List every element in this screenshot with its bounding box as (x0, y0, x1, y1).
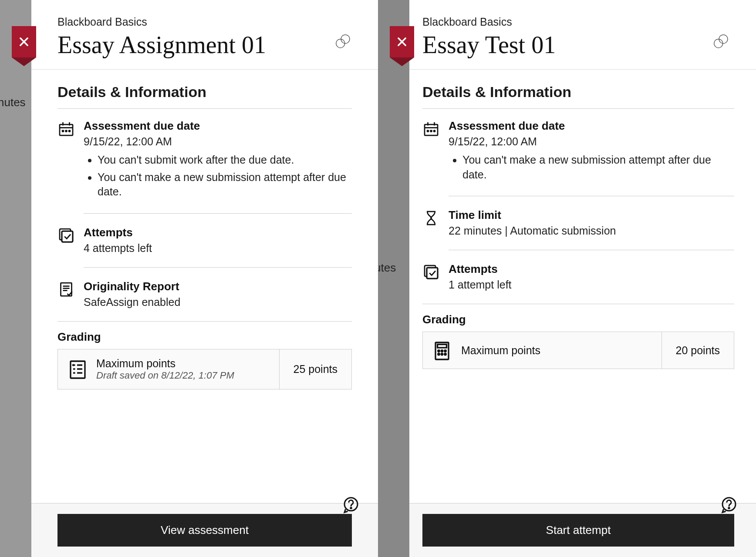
panel-body: Details & Information Assessment due dat… (409, 70, 756, 503)
svg-point-17 (431, 131, 432, 132)
conversation-icon (334, 33, 352, 50)
svg-point-3 (62, 131, 64, 132)
svg-point-13 (719, 35, 728, 44)
close-button[interactable] (390, 26, 414, 57)
time-limit-value: 22 minutes | Automatic submission (449, 224, 734, 238)
panel-header: Blackboard Basics Essay Assignment 01 (31, 0, 378, 70)
checkbox-stack-icon (57, 227, 75, 244)
panel-footer: View assessment (31, 503, 378, 557)
svg-point-26 (445, 350, 446, 352)
due-bullet: You can't make a new submission attempt … (462, 153, 734, 182)
checkbox-stack-icon (422, 263, 440, 281)
svg-point-14 (714, 39, 723, 48)
svg-point-29 (445, 353, 446, 355)
time-limit-row: Time limit 22 minutes | Automatic submis… (422, 204, 734, 242)
max-points-label: Maximum points (96, 357, 234, 370)
grading-heading: Grading (57, 330, 352, 344)
breadcrumb: Blackboard Basics (57, 16, 327, 28)
svg-rect-20 (427, 268, 438, 278)
svg-rect-7 (62, 231, 73, 242)
panel-body: Details & Information Assessment due dat… (31, 70, 378, 503)
due-date-label: Assessment due date (449, 118, 734, 134)
points-value: 20 points (662, 332, 734, 369)
attempts-value: 4 attempts left (84, 241, 352, 256)
close-icon (18, 36, 30, 48)
grading-box: Maximum points Draft saved on 8/12/22, 1… (57, 349, 352, 389)
attempts-label: Attempts (449, 262, 734, 277)
svg-point-24 (438, 350, 440, 352)
due-date-value: 9/15/22, 12:00 AM (84, 134, 352, 149)
points-value: 25 points (279, 349, 351, 389)
panel-header: Blackboard Basics Essay Test 01 (409, 0, 756, 70)
page-title: Essay Assignment 01 (57, 31, 327, 59)
close-button[interactable] (12, 26, 36, 57)
calculator-icon (432, 340, 452, 361)
due-bullet: You can't submit work after the due date… (98, 153, 352, 168)
bg-text-left: nutes (0, 96, 26, 109)
hourglass-icon (422, 209, 440, 227)
originality-value: SafeAssign enabled (84, 295, 352, 310)
svg-point-5 (69, 131, 70, 132)
attempts-row: Attempts 1 attempt left (422, 258, 734, 296)
svg-point-4 (66, 131, 67, 132)
due-date-row: Assessment due date 9/15/22, 12:00 AM Yo… (422, 115, 734, 188)
grading-heading: Grading (422, 313, 734, 326)
due-date-row: Assessment due date 9/15/22, 12:00 AM Yo… (57, 115, 352, 205)
conversation-icon (712, 33, 730, 50)
originality-label: Originality Report (84, 279, 352, 294)
svg-rect-23 (438, 345, 447, 348)
panel-assignment: Blackboard Basics Essay Assignment 01 De… (31, 0, 378, 557)
help-button[interactable] (342, 496, 360, 503)
svg-point-27 (438, 353, 440, 355)
report-check-icon (57, 281, 75, 298)
details-heading: Details & Information (422, 84, 734, 101)
panel-footer: Start attempt (409, 503, 756, 557)
breadcrumb: Blackboard Basics (422, 16, 705, 28)
help-icon (720, 496, 738, 503)
view-assessment-button[interactable]: View assessment (57, 514, 352, 547)
draft-saved-text: Draft saved on 8/12/22, 1:07 PM (96, 370, 234, 381)
grading-box: Maximum points 20 points (422, 332, 734, 369)
close-icon (396, 36, 408, 48)
attempts-label: Attempts (84, 225, 352, 240)
due-bullet: You can't make a new submission attempt … (98, 170, 352, 200)
svg-point-16 (427, 131, 429, 132)
originality-row: Originality Report SafeAssign enabled (57, 275, 352, 313)
calendar-icon (422, 120, 440, 138)
svg-point-0 (341, 35, 350, 44)
svg-point-28 (441, 353, 443, 355)
help-icon (342, 496, 360, 503)
attempts-value: 1 attempt left (449, 278, 734, 292)
conversation-button[interactable] (334, 33, 352, 52)
details-heading: Details & Information (57, 84, 352, 101)
panel-test: Blackboard Basics Essay Test 01 Details … (409, 0, 756, 557)
attempts-row: Attempts 4 attempts left (57, 221, 352, 259)
svg-point-25 (441, 350, 443, 352)
help-button[interactable] (720, 496, 738, 503)
svg-point-18 (434, 131, 435, 132)
max-points-label: Maximum points (461, 344, 540, 357)
start-attempt-button[interactable]: Start attempt (422, 514, 734, 547)
due-date-label: Assessment due date (84, 118, 352, 134)
due-date-value: 9/15/22, 12:00 AM (449, 134, 734, 149)
rubric-icon (67, 359, 88, 379)
calendar-icon (57, 120, 75, 138)
time-limit-label: Time limit (449, 208, 734, 223)
page-title: Essay Test 01 (422, 31, 705, 59)
svg-point-1 (336, 39, 345, 48)
conversation-button[interactable] (712, 33, 730, 52)
